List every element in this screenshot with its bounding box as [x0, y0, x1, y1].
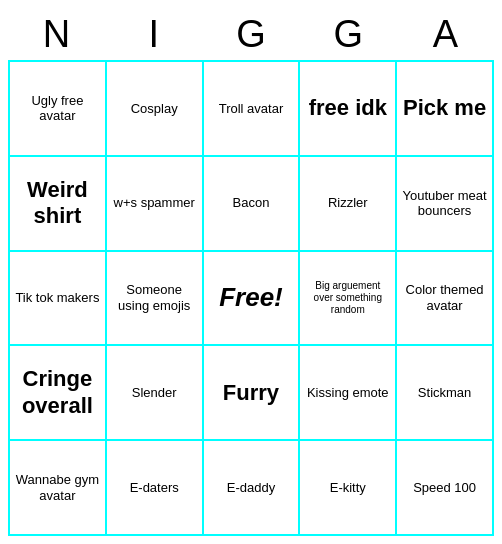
bingo-cell-5: Weird shirt: [10, 157, 107, 252]
bingo-cell-3: free idk: [300, 62, 397, 157]
bingo-cell-11: Someone using emojis: [107, 252, 204, 347]
bingo-cell-23: E-kitty: [300, 441, 397, 536]
bingo-cell-6: w+s spammer: [107, 157, 204, 252]
bingo-cell-10: Tik tok makers: [10, 252, 107, 347]
bingo-cell-17: Furry: [204, 346, 301, 441]
header-letter-I: I: [110, 13, 198, 56]
bingo-cell-4: Pick me: [397, 62, 494, 157]
bingo-cell-18: Kissing emote: [300, 346, 397, 441]
bingo-cell-20: Wannabe gym avatar: [10, 441, 107, 536]
bingo-cell-22: E-daddy: [204, 441, 301, 536]
bingo-cell-0: Ugly free avatar: [10, 62, 107, 157]
bingo-cell-2: Troll avatar: [204, 62, 301, 157]
bingo-cell-15: Cringe overall: [10, 346, 107, 441]
bingo-cell-14: Color themed avatar: [397, 252, 494, 347]
bingo-cell-21: E-daters: [107, 441, 204, 536]
bingo-cell-16: Slender: [107, 346, 204, 441]
bingo-cell-13: Big arguement over something random: [300, 252, 397, 347]
header-letter-G: G: [304, 13, 392, 56]
header-letter-A: A: [401, 13, 489, 56]
header-letter-N: N: [13, 13, 101, 56]
bingo-header: NIGGA: [8, 8, 494, 60]
bingo-cell-19: Stickman: [397, 346, 494, 441]
bingo-cell-1: Cosplay: [107, 62, 204, 157]
header-letter-G: G: [207, 13, 295, 56]
bingo-cell-24: Speed 100: [397, 441, 494, 536]
bingo-card: NIGGA Ugly free avatarCosplayTroll avata…: [0, 0, 502, 544]
bingo-cell-7: Bacon: [204, 157, 301, 252]
bingo-cell-12: Free!: [204, 252, 301, 347]
bingo-grid: Ugly free avatarCosplayTroll avatarfree …: [8, 60, 494, 536]
bingo-cell-8: Rizzler: [300, 157, 397, 252]
bingo-cell-9: Youtuber meat bouncers: [397, 157, 494, 252]
